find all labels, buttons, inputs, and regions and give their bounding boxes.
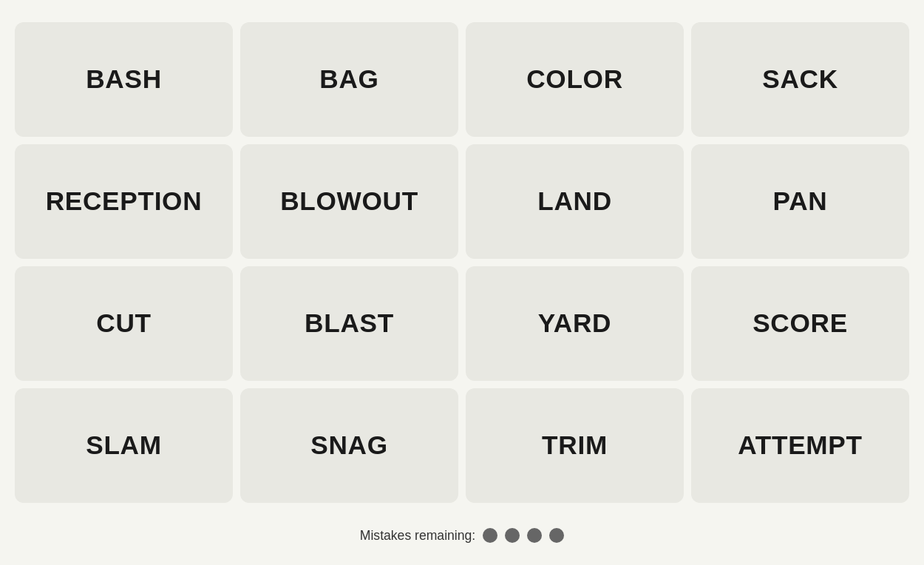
word-label-slam: SLAM [86, 430, 162, 460]
word-card-blast[interactable]: BLAST [240, 266, 458, 381]
word-card-trim[interactable]: TRIM [466, 388, 684, 503]
word-card-reception[interactable]: RECEPTION [15, 144, 233, 259]
word-card-score[interactable]: SCORE [691, 266, 909, 381]
word-label-trim: TRIM [542, 430, 608, 460]
word-label-yard: YARD [538, 308, 611, 338]
word-label-reception: RECEPTION [46, 186, 203, 216]
word-card-snag[interactable]: SNAG [240, 388, 458, 503]
mistakes-row: Mistakes remaining: [360, 528, 564, 544]
word-label-blast: BLAST [305, 308, 394, 338]
word-grid: BASHBAGCOLORSACKRECEPTIONBLOWOUTLANDPANC… [15, 22, 909, 503]
word-card-color[interactable]: COLOR [466, 22, 684, 137]
mistake-dot-2 [505, 528, 520, 543]
mistake-dot-1 [483, 528, 497, 543]
word-label-cut: CUT [96, 308, 151, 338]
word-card-sack[interactable]: SACK [691, 22, 909, 137]
word-label-bash: BASH [86, 64, 162, 94]
mistake-dot-3 [527, 528, 542, 543]
word-card-slam[interactable]: SLAM [15, 388, 233, 503]
word-card-cut[interactable]: CUT [15, 266, 233, 381]
word-card-attempt[interactable]: ATTEMPT [691, 388, 909, 503]
word-label-score: SCORE [753, 308, 848, 338]
word-card-yard[interactable]: YARD [466, 266, 684, 381]
word-label-pan: PAN [773, 186, 828, 216]
word-label-blowout: BLOWOUT [280, 186, 418, 216]
word-label-sack: SACK [762, 64, 838, 94]
word-card-bag[interactable]: BAG [240, 22, 458, 137]
word-card-blowout[interactable]: BLOWOUT [240, 144, 458, 259]
word-label-bag: BAG [319, 64, 378, 94]
word-label-land: LAND [537, 186, 612, 216]
word-label-snag: SNAG [310, 430, 387, 460]
mistakes-label: Mistakes remaining: [360, 528, 475, 544]
word-label-attempt: ATTEMPT [738, 430, 862, 460]
word-card-pan[interactable]: PAN [691, 144, 909, 259]
mistake-dot-4 [549, 528, 564, 543]
word-card-bash[interactable]: BASH [15, 22, 233, 137]
word-label-color: COLOR [526, 64, 623, 94]
word-card-land[interactable]: LAND [466, 144, 684, 259]
